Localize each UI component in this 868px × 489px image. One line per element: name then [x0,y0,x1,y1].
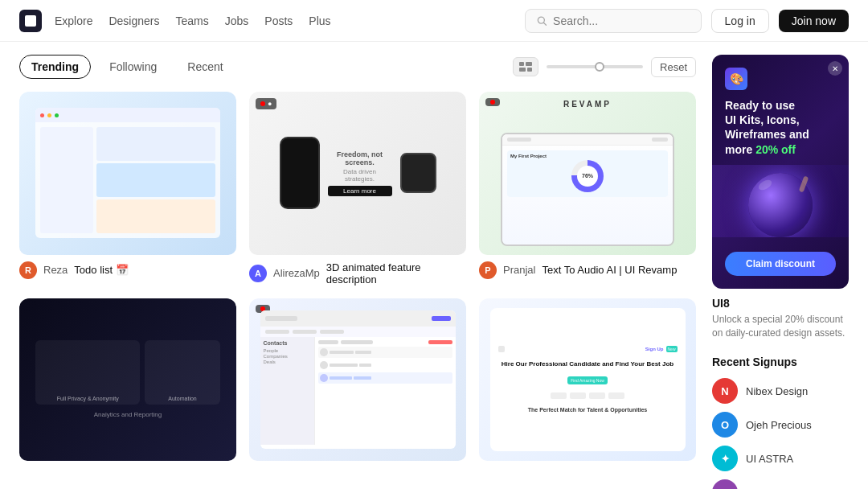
search-icon [537,15,547,27]
signup-item[interactable]: O Ojeh Precious [712,412,849,438]
dark-panel: Automation [145,340,219,405]
logo-pill [608,392,624,399]
signup-avatar: N [712,378,738,404]
signup-avatar: O [712,412,738,438]
device-row: Freedom, not screens. Data driven strate… [271,137,444,209]
shot-card[interactable]: R Reza Todo list 📅 [19,92,236,286]
shot-meta: R Reza Todo list 📅 [19,261,236,279]
zoom-slider[interactable] [547,65,643,68]
shot-thumbnail: Contacts People Companies Deals [249,298,466,462]
revamp-label: REVAMP [563,100,612,109]
recent-label: Recent [712,355,750,368]
shot-thumbnail: Full Privacy & Anonymity Automation Anal… [19,298,236,462]
shot-author: Reza [43,264,68,276]
reset-button[interactable]: Reset [651,57,696,77]
svg-rect-3 [526,62,532,66]
svg-rect-4 [519,68,526,72]
navbar: Explore Designers Teams Jobs Posts Plus … [0,0,868,42]
signup-list: N Nibex Design O Ojeh Precious ✦ UI ASTR… [712,378,849,489]
job-mockup: Sign Up New Hire Our Professional Candid… [490,308,686,451]
shot-thumbnail [19,92,236,255]
ad-highlight: 20% off [755,143,796,156]
shot-title: Text To Audio AI | UI Revamp [542,264,677,276]
tabs-bar: Trending Following Recent Re [19,55,696,79]
logo-pill [589,392,605,399]
tab-trending[interactable]: Trending [19,55,91,79]
phone-mockup [280,137,320,209]
svg-rect-5 [527,68,532,72]
site-logo[interactable] [19,10,42,32]
shot-author: Pranjal [503,264,535,276]
login-button[interactable]: Log in [711,9,769,33]
tab-recent[interactable]: Recent [175,55,235,79]
recent-signups-title: Recent Signups [712,355,849,368]
main-container: Trending Following Recent Re [0,42,868,489]
analytics-label: Analytics and Reporting [94,411,162,418]
shot-thumbnail: ● Freedom, not screens. Data driven stra… [249,92,466,255]
feature-desc: Data driven strategies. [328,168,392,183]
shot-meta: A AlirezaMp 3D animated feature descript… [249,261,466,286]
tab-following[interactable]: Following [97,55,169,79]
sidebar: ✕ 🎨 Ready to useUI Kits, Icons,Wireframe… [712,55,849,489]
content-area: Trending Following Recent Re [19,55,696,489]
signup-avatar: ✦ [712,446,738,471]
ad-brand-name: UI8 [712,297,849,310]
svg-rect-2 [519,62,524,66]
avatar: R [19,261,37,279]
match-text: The Perfect Match for Talent & Opportuni… [528,407,647,413]
shot-card[interactable]: Sign Up New Hire Our Professional Candid… [479,298,696,468]
signup-item[interactable]: ✦ UI ASTRA [712,446,849,471]
logo-pill [570,392,586,399]
search-bar[interactable] [525,9,702,33]
ad-card: ✕ 🎨 Ready to useUI Kits, Icons,Wireframe… [712,55,849,289]
signup-avatar: B [712,479,738,489]
signup-item[interactable]: N Nibex Design [712,378,849,404]
ad-visual [712,165,849,237]
avatar: P [479,261,497,279]
watch-mockup [400,153,436,193]
shot-card[interactable]: REVAMP My First Project [479,92,696,286]
shot-author: AlirezaMp [273,267,320,279]
recent-signups-section: Recent Signups N Nibex Design O Ojeh Pre… [712,355,849,489]
logo-pill [551,392,567,399]
grid-icon [519,62,532,72]
ad-logo: 🎨 [725,68,747,90]
tab-controls: Reset [513,57,696,77]
nav-teams[interactable]: Teams [176,14,209,27]
ad-close-button[interactable]: ✕ [828,61,842,76]
nav-posts[interactable]: Posts [264,14,293,27]
join-button[interactable]: Join now [779,10,849,32]
signup-name: Nibex Design [746,385,808,397]
panel-text: Full Privacy & Anonymity [57,396,119,401]
claim-discount-button[interactable]: Claim discount [725,252,836,276]
new-badge: New [666,346,678,352]
grid-toggle-button[interactable] [513,57,538,76]
job-cta-button[interactable]: Find Amazing Now [567,376,608,384]
nav-jobs[interactable]: Jobs [225,14,249,27]
shot-card[interactable]: Full Privacy & Anonymity Automation Anal… [19,298,236,468]
shot-title: Todo list 📅 [74,264,128,276]
signup-name: UI ASTRA [746,453,793,465]
nav-label: Sign Up [645,347,664,351]
slider-thumb[interactable] [595,62,604,72]
search-input[interactable] [553,14,690,27]
shot-card[interactable]: ● Freedom, not screens. Data driven stra… [249,92,466,286]
shot-meta: P Pranjal Text To Audio AI | UI Revamp [479,261,696,279]
shots-grid: R Reza Todo list 📅 ● [19,92,696,467]
job-logos [551,392,624,399]
ad-description: Unlock a special 20% discount on daily-c… [712,313,849,340]
slider-track [547,65,643,68]
nav-designers[interactable]: Designers [108,14,159,27]
tablet-mockup: My First Project 76% [501,133,674,247]
nav-links: Explore Designers Teams Jobs Posts Plus [55,14,331,27]
nav-plus[interactable]: Plus [309,14,330,27]
hr-mockup: Contacts People Companies Deals [260,310,456,449]
nav-explore[interactable]: Explore [55,14,92,27]
signup-item[interactable]: B Bruno Aller [712,479,849,489]
nav-search-area: Log in Join now [525,9,849,33]
shot-thumbnail: REVAMP My First Project [479,92,696,255]
learn-more-button[interactable]: Learn more [328,186,392,196]
ad-title: Ready to useUI Kits, Icons,Wireframes an… [725,98,836,157]
shot-card[interactable]: Contacts People Companies Deals [249,298,466,468]
signups-label: Signups [753,355,797,368]
